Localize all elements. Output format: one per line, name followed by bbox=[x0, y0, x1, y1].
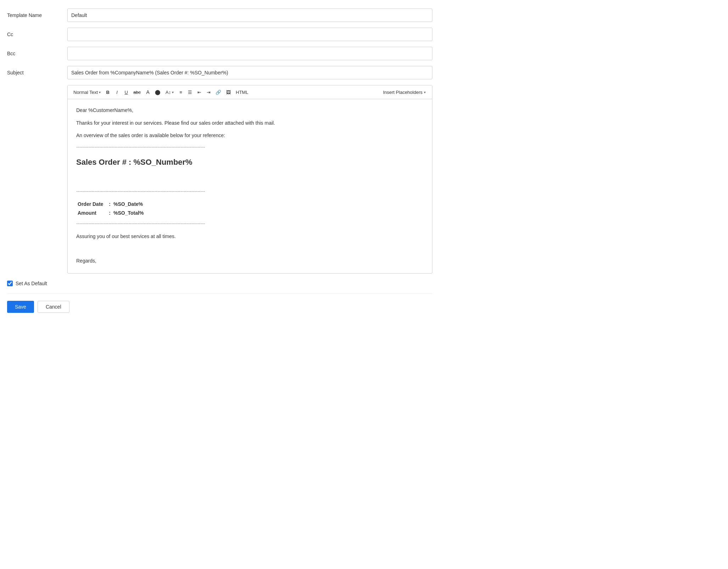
subject-input[interactable] bbox=[67, 66, 432, 79]
save-button[interactable]: Save bbox=[7, 301, 34, 313]
link-icon: 🔗 bbox=[215, 90, 221, 95]
order-date-label: Order Date bbox=[76, 200, 107, 208]
editor-divider1: ----------------------------------------… bbox=[76, 143, 424, 151]
subject-label: Subject bbox=[7, 70, 67, 75]
indent-button[interactable]: ⇥ bbox=[204, 88, 213, 97]
ordered-list-button[interactable]: ≡ bbox=[177, 88, 185, 97]
image-button[interactable]: 🖼 bbox=[224, 88, 233, 97]
subject-row: Subject bbox=[7, 66, 432, 79]
font-color-button[interactable]: A bbox=[144, 88, 152, 97]
order-date-row: Order Date : %SO_Date% bbox=[76, 200, 145, 208]
link-button[interactable]: 🔗 bbox=[213, 88, 223, 97]
set-as-default-label[interactable]: Set As Default bbox=[16, 281, 47, 286]
set-as-default-row: Set As Default bbox=[7, 281, 432, 294]
action-buttons: Save Cancel bbox=[7, 301, 432, 313]
editor-divider3: ----------------------------------------… bbox=[76, 220, 424, 227]
html-button[interactable]: HTML bbox=[234, 88, 250, 97]
editor-divider2: ----------------------------------------… bbox=[76, 188, 424, 195]
font-size-arrow-icon: ▾ bbox=[172, 90, 174, 94]
insert-placeholders-arrow-icon: ▾ bbox=[424, 90, 426, 94]
bcc-row: Bcc bbox=[7, 47, 432, 60]
font-size-dropdown[interactable]: A↕ ▾ bbox=[163, 88, 176, 97]
amount-colon: : bbox=[107, 209, 112, 217]
template-name-row: Template Name bbox=[7, 9, 432, 22]
highlight-button[interactable]: ⬤ bbox=[153, 88, 163, 97]
editor-toolbar: Normal Text ▾ B I U abc A bbox=[68, 85, 432, 99]
italic-button[interactable]: I bbox=[113, 88, 121, 97]
bcc-label: Bcc bbox=[7, 51, 67, 56]
editor-closing: Assuring you of our best services at all… bbox=[76, 232, 424, 240]
cc-input[interactable] bbox=[67, 28, 432, 41]
set-as-default-checkbox[interactable] bbox=[7, 281, 13, 286]
normal-text-label: Normal Text bbox=[73, 90, 98, 95]
order-date-colon: : bbox=[107, 200, 112, 208]
highlight-icon: ⬤ bbox=[155, 89, 161, 95]
editor-order-heading: Sales Order # : %SO_Number% bbox=[76, 156, 424, 168]
editor-line2: Thanks for your interest in our services… bbox=[76, 119, 424, 127]
ordered-list-icon: ≡ bbox=[179, 90, 182, 95]
font-color-icon: A bbox=[146, 89, 149, 95]
editor-salutation: Dear %CustomerName%, bbox=[76, 106, 424, 114]
image-icon: 🖼 bbox=[226, 90, 231, 95]
template-name-label: Template Name bbox=[7, 12, 67, 18]
cc-label: Cc bbox=[7, 32, 67, 37]
order-date-value: %SO_Date% bbox=[112, 200, 145, 208]
cc-row: Cc bbox=[7, 28, 432, 41]
bcc-input[interactable] bbox=[67, 47, 432, 60]
editor-label-spacer bbox=[7, 85, 67, 274]
unordered-list-icon: ☰ bbox=[188, 90, 192, 95]
form-container: Template Name Cc Bcc Subject Normal Text… bbox=[7, 9, 432, 313]
amount-row: Amount : %SO_Total% bbox=[76, 209, 145, 217]
editor-wrapper: Normal Text ▾ B I U abc A bbox=[67, 85, 432, 274]
outdent-button[interactable]: ⇤ bbox=[195, 88, 203, 97]
unordered-list-button[interactable]: ☰ bbox=[186, 88, 194, 97]
editor-regards: Regards, bbox=[76, 257, 424, 265]
editor-line3: An overview of the sales order is availa… bbox=[76, 131, 424, 139]
amount-label: Amount bbox=[76, 209, 107, 217]
normal-text-dropdown[interactable]: Normal Text ▾ bbox=[71, 88, 103, 97]
strikethrough-button[interactable]: abc bbox=[131, 88, 143, 97]
cancel-button[interactable]: Cancel bbox=[38, 301, 69, 313]
normal-text-arrow-icon: ▾ bbox=[99, 90, 101, 94]
editor-order-details: Order Date : %SO_Date% Amount : %SO_Tota… bbox=[76, 200, 424, 217]
font-size-label: A↕ bbox=[166, 90, 171, 95]
underline-button[interactable]: U bbox=[122, 88, 130, 97]
editor-content[interactable]: Dear %CustomerName%, Thanks for your int… bbox=[68, 99, 432, 273]
editor-row: Normal Text ▾ B I U abc A bbox=[7, 85, 432, 274]
template-name-input[interactable] bbox=[67, 9, 432, 22]
indent-icon: ⇥ bbox=[207, 90, 211, 95]
insert-placeholders-button[interactable]: Insert Placeholders ▾ bbox=[380, 88, 429, 97]
outdent-icon: ⇤ bbox=[197, 90, 201, 95]
bold-button[interactable]: B bbox=[103, 88, 112, 97]
amount-value: %SO_Total% bbox=[112, 209, 145, 217]
